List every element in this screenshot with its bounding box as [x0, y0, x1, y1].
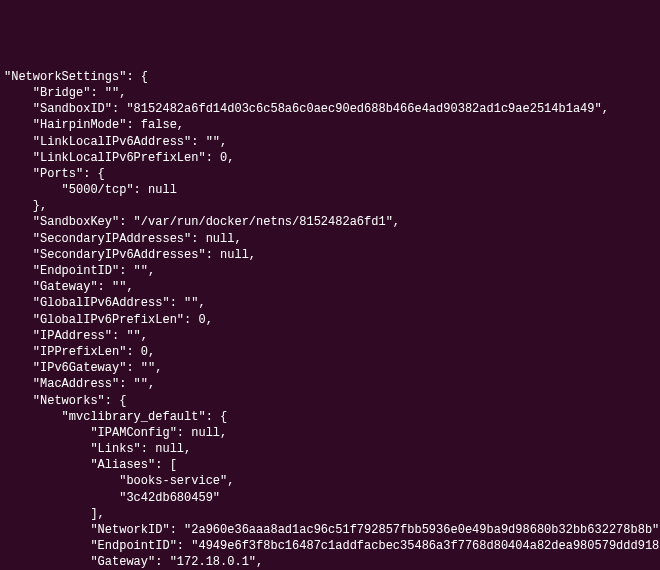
json-line: "Gateway": "",	[4, 280, 134, 294]
json-line: "Networks": {	[4, 394, 126, 408]
json-line: "GlobalIPv6PrefixLen": 0,	[4, 313, 213, 327]
json-line: ],	[4, 507, 105, 521]
json-line: "NetworkSettings": {	[4, 70, 148, 84]
json-line: "SecondaryIPAddresses": null,	[4, 232, 242, 246]
json-line: "Aliases": [	[4, 458, 177, 472]
json-line: "Links": null,	[4, 442, 191, 456]
json-line: "IPAddress": "",	[4, 329, 148, 343]
json-line: "EndpointID": "4949e6f3f8bc16487c1addfac…	[4, 539, 660, 553]
json-line: "SandboxID": "8152482a6fd14d03c6c58a6c0a…	[4, 102, 609, 116]
json-line: "MacAddress": "",	[4, 377, 155, 391]
json-line: },	[4, 199, 47, 213]
json-line: "Ports": {	[4, 167, 105, 181]
json-line: "NetworkID": "2a960e36aaa8ad1ac96c51f792…	[4, 523, 660, 537]
json-line: "EndpointID": "",	[4, 264, 155, 278]
json-line: "GlobalIPv6Address": "",	[4, 296, 206, 310]
json-line: "SecondaryIPv6Addresses": null,	[4, 248, 256, 262]
json-line: "HairpinMode": false,	[4, 118, 184, 132]
json-line: "IPAMConfig": null,	[4, 426, 227, 440]
json-line: "LinkLocalIPv6Address": "",	[4, 135, 227, 149]
json-line: "SandboxKey": "/var/run/docker/netns/815…	[4, 215, 400, 229]
json-line: "Bridge": "",	[4, 86, 126, 100]
terminal-output: "NetworkSettings": { "Bridge": "", "Sand…	[4, 69, 656, 570]
json-line: "5000/tcp": null	[4, 183, 177, 197]
json-line: "mvclibrary_default": {	[4, 410, 227, 424]
json-line: "Gateway": "172.18.0.1",	[4, 555, 263, 569]
json-line: "IPPrefixLen": 0,	[4, 345, 155, 359]
json-line: "IPv6Gateway": "",	[4, 361, 162, 375]
json-line: "3c42db680459"	[4, 491, 220, 505]
json-line: "LinkLocalIPv6PrefixLen": 0,	[4, 151, 234, 165]
json-line: "books-service",	[4, 474, 234, 488]
